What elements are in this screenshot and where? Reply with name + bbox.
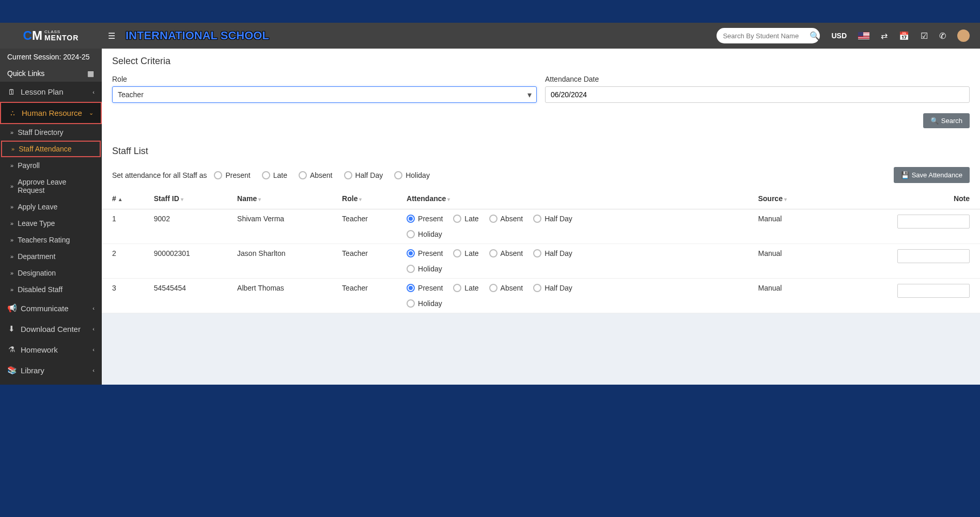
flask-icon: ⚗ [7, 345, 15, 354]
chevron-left-icon: ‹ [92, 305, 95, 311]
row-radio-holiday[interactable]: Holiday [407, 230, 442, 238]
logo[interactable]: CM CLASSMENTOR [0, 28, 102, 43]
date-input[interactable] [545, 86, 970, 103]
col-note[interactable]: Note [823, 188, 980, 209]
col-name[interactable]: Name▾ [232, 188, 337, 209]
menu-toggle-icon[interactable]: ☰ [108, 31, 115, 41]
row-radio-half-day[interactable]: Half Day [533, 284, 572, 292]
check-icon[interactable]: ☑ [921, 31, 928, 41]
nav-designation[interactable]: » Designation [0, 265, 102, 281]
nav-department[interactable]: » Department [0, 248, 102, 265]
search-icon[interactable]: 🔍 [810, 31, 820, 41]
row-radio-absent[interactable]: Absent [489, 215, 523, 223]
flag-icon[interactable] [858, 32, 869, 39]
bulk-label: Set attendance for all Staff as [112, 171, 207, 179]
row-radio-holiday[interactable]: Holiday [407, 265, 442, 273]
row-radio-late[interactable]: Late [453, 284, 478, 292]
nav-payroll[interactable]: » Payroll [0, 157, 102, 174]
radio-icon[interactable] [407, 299, 415, 308]
calendar-icon: 🗓 [7, 87, 15, 96]
radio-icon[interactable] [453, 284, 461, 292]
row-radio-present[interactable]: Present [407, 284, 443, 292]
school-name: INTERNATIONAL SCHOOL [126, 29, 269, 42]
row-radio-absent[interactable]: Absent [489, 249, 523, 257]
row-radio-absent[interactable]: Absent [489, 284, 523, 292]
nav-staff-directory[interactable]: » Staff Directory [0, 124, 102, 141]
chevron-left-icon: ‹ [92, 89, 95, 95]
chevron-right-icon: » [10, 183, 13, 189]
radio-icon[interactable] [344, 171, 352, 179]
nav-apply-leave[interactable]: » Apply Leave [0, 199, 102, 215]
note-input[interactable] [897, 215, 970, 229]
radio-icon[interactable] [407, 265, 415, 273]
nav-library[interactable]: 📚 Library ‹ [0, 360, 102, 381]
radio-icon[interactable] [262, 171, 270, 179]
row-radio-present[interactable]: Present [407, 249, 443, 257]
whatsapp-icon[interactable]: ✆ [939, 31, 946, 41]
row-radio-half-day[interactable]: Half Day [533, 215, 572, 223]
nav-staff-attendance[interactable]: » Staff Attendance [1, 141, 101, 157]
bulk-radio-holiday[interactable]: Holiday [394, 171, 430, 179]
col-role[interactable]: Role▾ [337, 188, 401, 209]
topbar: CM CLASSMENTOR ☰ INTERNATIONAL SCHOOL 🔍 … [0, 23, 980, 49]
sidebar: Current Session: 2024-25 Quick Links ▦ 🗓… [0, 49, 102, 385]
search-input[interactable] [723, 32, 810, 40]
calendar-icon[interactable]: 📅 [899, 31, 909, 41]
criteria-title: Select Criteria [102, 49, 980, 72]
note-input[interactable] [897, 284, 970, 298]
currency-label[interactable]: USD [831, 32, 847, 40]
nav-approve-leave[interactable]: » Approve Leave Request [0, 174, 102, 199]
bulk-radio-half-day[interactable]: Half Day [344, 171, 383, 179]
search-button[interactable]: 🔍 Search [923, 113, 970, 128]
nav-human-resource[interactable]: ⛬ Human Resource ⌄ [0, 102, 102, 124]
radio-icon[interactable] [407, 215, 415, 223]
row-radio-holiday[interactable]: Holiday [407, 299, 442, 308]
radio-icon[interactable] [407, 230, 415, 238]
row-radio-present[interactable]: Present [407, 215, 443, 223]
nav-homework[interactable]: ⚗ Homework ‹ [0, 339, 102, 360]
col-source[interactable]: Source▾ [753, 188, 822, 209]
radio-icon[interactable] [489, 249, 497, 257]
swap-icon[interactable]: ⇄ [881, 31, 888, 41]
radio-icon[interactable] [489, 215, 497, 223]
bulk-radio-absent[interactable]: Absent [299, 171, 333, 179]
note-input[interactable] [897, 249, 970, 263]
radio-icon[interactable] [299, 171, 307, 179]
role-select[interactable]: Teacher [112, 86, 537, 103]
bulk-radio-late[interactable]: Late [262, 171, 287, 179]
chevron-left-icon: ‹ [92, 326, 95, 332]
row-radio-late[interactable]: Late [453, 215, 478, 223]
radio-icon[interactable] [453, 215, 461, 223]
date-label: Attendance Date [545, 75, 970, 83]
radio-icon[interactable] [489, 284, 497, 292]
col-staff-id[interactable]: Staff ID▾ [149, 188, 232, 209]
radio-icon[interactable] [407, 284, 415, 292]
row-radio-late[interactable]: Late [453, 249, 478, 257]
nav-inventory[interactable]: 📦 Inventory ‹ [0, 381, 102, 385]
nav-download-center[interactable]: ⬇ Download Center ‹ [0, 318, 102, 339]
nav-disabled-staff[interactable]: » Disabled Staff [0, 281, 102, 298]
chevron-right-icon: » [10, 162, 13, 169]
radio-icon[interactable] [407, 249, 415, 257]
nav-lesson-plan[interactable]: 🗓 Lesson Plan ‹ [0, 82, 102, 102]
nav-communicate[interactable]: 📢 Communicate ‹ [0, 298, 102, 318]
chevron-right-icon: » [10, 129, 13, 135]
radio-icon[interactable] [533, 249, 541, 257]
bulk-radio-present[interactable]: Present [214, 171, 250, 179]
col-idx[interactable]: #▲ [102, 188, 149, 209]
radio-icon[interactable] [214, 171, 222, 179]
nav-leave-type[interactable]: » Leave Type [0, 215, 102, 232]
student-search[interactable]: 🔍 [717, 28, 820, 43]
grid-icon[interactable]: ▦ [86, 69, 95, 78]
radio-icon[interactable] [453, 249, 461, 257]
radio-icon[interactable] [533, 284, 541, 292]
radio-icon[interactable] [394, 171, 402, 179]
nav-teachers-rating[interactable]: » Teachers Rating [0, 232, 102, 248]
save-attendance-button[interactable]: 💾 Save Attendance [894, 167, 970, 183]
avatar[interactable] [957, 29, 970, 42]
col-attendance[interactable]: Attendance▾ [401, 188, 753, 209]
row-radio-half-day[interactable]: Half Day [533, 249, 572, 257]
sitemap-icon: ⛬ [8, 109, 17, 117]
quick-links[interactable]: Quick Links ▦ [0, 65, 102, 82]
radio-icon[interactable] [533, 215, 541, 223]
